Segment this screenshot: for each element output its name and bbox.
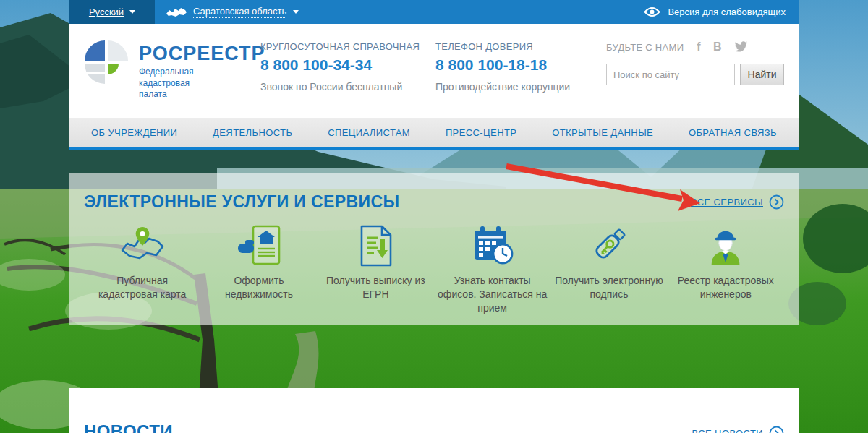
region-label[interactable]: Саратовская область — [193, 6, 286, 18]
service-label[interactable]: Узнать контакты офисов. Записаться на пр… — [438, 274, 548, 315]
chevron-down-icon — [293, 10, 299, 14]
accessibility-label[interactable]: Версия для слабовидящих — [668, 7, 786, 17]
service-label[interactable]: Получить электронную подпись — [554, 274, 664, 301]
social-icons: f В — [697, 41, 748, 53]
nav-item-feedback[interactable]: ОБРАТНАЯ СВЯЗЬ — [689, 127, 777, 138]
document-download-icon — [356, 225, 395, 267]
service-label[interactable]: Реестр кадастровых инженеров — [671, 274, 780, 301]
service-public-cadastral-map[interactable]: Публичная кадастровая карта — [84, 222, 200, 315]
trust-phone-number: 8 800 100-18-18 — [435, 56, 570, 74]
language-selector[interactable]: Русский — [69, 0, 155, 24]
russia-map-pin-icon — [119, 226, 166, 267]
site-header: РОСРЕЕСТР Федеральная кадастровая палата… — [69, 24, 799, 118]
logo-subtitle: Федеральная кадастровая палата — [139, 67, 211, 100]
hotline-block: КРУГЛОСУТОЧНАЯ СПРАВОЧНАЯ 8 800 100-34-3… — [260, 41, 420, 93]
trust-phone-block: ТЕЛЕФОН ДОВЕРИЯ 8 800 100-18-18 Противод… — [435, 41, 570, 93]
service-cadastral-engineers-register[interactable]: Реестр кадастровых инженеров — [668, 222, 784, 315]
nav-item-about[interactable]: ОБ УЧРЕЖДЕНИИ — [91, 127, 177, 138]
eye-icon — [644, 7, 660, 17]
page-container: Русский Саратовская область Версия для с… — [69, 0, 799, 433]
service-label[interactable]: Публичная кадастровая карта — [88, 274, 197, 301]
facebook-icon[interactable]: f — [697, 41, 701, 53]
site-search: Найти — [606, 64, 784, 85]
service-label[interactable]: Оформить недвижимость — [204, 274, 314, 301]
hotline-label: КРУГЛОСУТОЧНАЯ СПРАВОЧНАЯ — [260, 41, 420, 52]
hotline-note: Звонок по России бесплатный — [260, 81, 420, 93]
chevron-down-icon — [129, 10, 135, 14]
service-egrn-extract[interactable]: Получить выписку из ЕГРН — [318, 222, 434, 315]
service-office-contacts-appointment[interactable]: Узнать контакты офисов. Записаться на пр… — [434, 222, 550, 315]
nav-item-open-data[interactable]: ОТКРЫТЫЕ ДАННЫЕ — [552, 127, 653, 138]
news-title: НОВОСТИ — [84, 421, 173, 433]
all-services-link[interactable]: ВСЕ СЕРВИСЫ — [691, 194, 784, 210]
calendar-clock-icon — [470, 225, 515, 267]
rosreestr-logo[interactable]: РОСРЕЕСТР Федеральная кадастровая палата — [82, 38, 265, 100]
rosreestr-emblem-icon — [82, 38, 130, 86]
top-utility-bar: Русский Саратовская область Версия для с… — [69, 0, 799, 24]
accessibility-version-button[interactable]: Версия для слабовидящих — [644, 0, 799, 24]
russia-map-icon — [166, 7, 187, 18]
e-services-panel: ЭЛЕКТРОННЫЕ УСЛУГИ И СЕРВИСЫ ВСЕ СЕРВИСЫ — [69, 173, 799, 325]
trust-phone-note[interactable]: Противодействие коррупции — [435, 81, 570, 93]
twitter-icon[interactable] — [734, 41, 748, 53]
header-right-block: БУДЬТЕ С НАМИ f В Найти — [606, 41, 784, 85]
logo-title: РОСРЕЕСТР — [139, 44, 265, 64]
circle-arrow-right-icon — [769, 426, 784, 433]
vk-icon[interactable]: В — [713, 41, 722, 53]
social-label: БУДЬТЕ С НАМИ — [606, 42, 684, 53]
services-title: ЭЛЕКТРОННЫЕ УСЛУГИ И СЕРВИСЫ — [84, 192, 399, 212]
hotline-phone: 8 800 100-34-34 — [260, 56, 420, 74]
services-row: Публичная кадастровая карта Оформить нед… — [84, 222, 784, 315]
nav-item-specialists[interactable]: СПЕЦИАЛИСТАМ — [328, 127, 410, 138]
search-button[interactable]: Найти — [740, 64, 784, 85]
engineer-icon — [703, 225, 748, 267]
all-services-label[interactable]: ВСЕ СЕРВИСЫ — [691, 197, 763, 207]
all-news-link[interactable]: ВСЕ НОВОСТИ — [692, 426, 784, 433]
service-label[interactable]: Получить выписку из ЕГРН — [320, 274, 430, 301]
search-input[interactable] — [606, 64, 735, 85]
logo-text-block: РОСРЕЕСТР Федеральная кадастровая палата — [139, 38, 265, 100]
trust-phone-label: ТЕЛЕФОН ДОВЕРИЯ — [435, 41, 570, 52]
service-register-property[interactable]: Оформить недвижимость — [200, 222, 317, 315]
house-document-icon — [237, 225, 281, 267]
services-header: ЭЛЕКТРОННЫЕ УСЛУГИ И СЕРВИСЫ ВСЕ СЕРВИСЫ — [84, 173, 784, 212]
service-electronic-signature[interactable]: Получить электронную подпись — [550, 222, 667, 315]
news-section: НОВОСТИ ВСЕ НОВОСТИ — [69, 388, 799, 433]
main-navigation: ОБ УЧРЕЖДЕНИИ ДЕЯТЕЛЬНОСТЬ СПЕЦИАЛИСТАМ … — [69, 118, 799, 150]
usb-key-icon — [587, 223, 631, 267]
nav-item-press-center[interactable]: ПРЕСС-ЦЕНТР — [446, 127, 516, 138]
region-selector[interactable]: Саратовская область — [166, 0, 299, 24]
all-news-label[interactable]: ВСЕ НОВОСТИ — [692, 428, 763, 433]
circle-arrow-right-icon — [769, 194, 784, 210]
nav-item-activity[interactable]: ДЕЯТЕЛЬНОСТЬ — [213, 127, 292, 138]
language-label[interactable]: Русский — [89, 7, 124, 17]
social-row: БУДЬТЕ С НАМИ f В — [606, 41, 784, 53]
